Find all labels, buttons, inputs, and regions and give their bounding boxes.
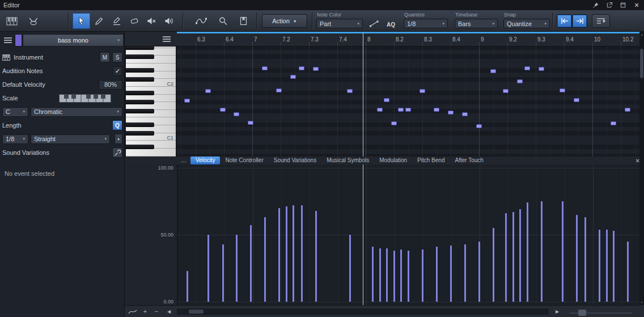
velocity-bar[interactable] — [627, 242, 629, 302]
scroll-right-button[interactable]: ▶ — [553, 307, 562, 315]
length-mode-select[interactable]: Straight ▾ — [31, 134, 110, 144]
midi-note[interactable] — [434, 108, 439, 112]
drum-view-button[interactable] — [24, 13, 43, 29]
midi-note[interactable] — [476, 124, 482, 128]
velocity-bar[interactable] — [349, 235, 351, 302]
velocity-bar[interactable] — [293, 205, 294, 302]
velocity-bar[interactable] — [187, 271, 188, 302]
timebase-select[interactable]: Bars ▾ — [455, 19, 498, 28]
midi-note[interactable] — [517, 79, 523, 83]
midi-note[interactable] — [313, 67, 319, 71]
vertical-scrollbar-thumb[interactable] — [640, 49, 643, 78]
velocity-bar[interactable] — [315, 211, 317, 302]
mute-tool-button[interactable] — [143, 13, 160, 29]
velocity-bar[interactable] — [408, 251, 409, 302]
zoom-tool-button[interactable] — [214, 13, 232, 29]
close-icon[interactable]: ✕ — [633, 1, 641, 9]
piano-key-black[interactable] — [126, 145, 154, 149]
sound-variations-settings-button[interactable] — [112, 147, 122, 158]
midi-note[interactable] — [405, 108, 411, 112]
lane-tab-modulation[interactable]: Modulation — [374, 157, 412, 164]
lane-tab-after-touch[interactable]: After Touch — [450, 157, 488, 164]
note-grid[interactable] — [177, 47, 639, 157]
velocity-bar[interactable] — [372, 247, 374, 302]
length-value-select[interactable]: 1/8 ▾ — [2, 134, 28, 144]
auto-scroll-button[interactable] — [592, 14, 610, 28]
macro-button[interactable] — [235, 13, 252, 29]
midi-note[interactable] — [299, 66, 304, 70]
scale-keyboard-display[interactable] — [59, 94, 111, 103]
midi-note[interactable] — [205, 89, 211, 93]
midi-note[interactable] — [262, 66, 268, 70]
maximize-icon[interactable] — [619, 1, 627, 9]
midi-note[interactable] — [347, 89, 353, 93]
scale-type-select[interactable]: Chromatic ▾ — [31, 107, 122, 117]
velocity-bar[interactable] — [386, 248, 388, 302]
velocity-bar[interactable] — [222, 244, 224, 302]
note-color-select[interactable]: Part ▾ — [316, 19, 363, 28]
velocity-bar[interactable] — [613, 231, 615, 302]
velocity-bar[interactable] — [505, 213, 507, 302]
vertical-scrollbar[interactable]: ▲ ▼ — [639, 32, 644, 305]
midi-note[interactable] — [625, 108, 630, 112]
zoom-slider-thumb[interactable] — [578, 310, 586, 316]
velocity-bar[interactable] — [519, 209, 521, 302]
midi-note[interactable] — [503, 89, 509, 93]
piano-keyboard[interactable]: C2C1 — [126, 47, 176, 157]
velocity-bar[interactable] — [464, 244, 466, 302]
midi-note[interactable] — [560, 88, 565, 92]
playhead-line[interactable] — [363, 33, 363, 157]
scroll-down-icon[interactable]: ▼ — [639, 301, 644, 304]
dotted-note-toggle[interactable]: • — [115, 134, 122, 144]
piano-key-black[interactable] — [126, 109, 154, 113]
piano-key-black[interactable] — [126, 54, 154, 59]
quantize-select[interactable]: 1/8 ▾ — [404, 19, 448, 28]
piano-key-black[interactable] — [126, 122, 154, 127]
velocity-bar[interactable] — [599, 230, 600, 302]
ruler[interactable]: 6.36.477.27.37.488.28.38.499.29.39.41010… — [177, 32, 639, 47]
velocity-bar[interactable] — [236, 235, 238, 302]
piano-key-black[interactable] — [126, 91, 154, 95]
velocity-bar[interactable] — [250, 225, 252, 302]
velocity-bar[interactable] — [562, 201, 564, 302]
velocity-bar[interactable] — [400, 250, 402, 302]
hamburger-icon[interactable] — [1, 34, 15, 47]
velocity-bar[interactable] — [576, 215, 578, 302]
velocity-bar[interactable] — [286, 206, 287, 302]
velocity-bar[interactable] — [606, 230, 608, 302]
detach-icon[interactable] — [605, 1, 613, 9]
velocity-bar[interactable] — [393, 251, 395, 302]
lane-tabs-overflow[interactable]: … — [177, 157, 190, 164]
piano-key-black[interactable] — [126, 47, 154, 50]
lane-tab-velocity[interactable]: Velocity — [190, 157, 220, 164]
midi-note[interactable] — [490, 69, 496, 73]
zoom-out-vertical-button[interactable]: − — [152, 307, 161, 315]
velocity-bar[interactable] — [512, 212, 514, 302]
audition-notes-checkbox[interactable]: ✓ — [113, 66, 122, 76]
midi-note[interactable] — [220, 108, 226, 112]
track-color-swatch[interactable] — [15, 34, 22, 47]
velocity-bar[interactable] — [264, 217, 266, 302]
velocity-ramp-button[interactable] — [367, 18, 381, 29]
velocity-bar[interactable] — [422, 250, 423, 302]
default-velocity-field[interactable]: 80% — [99, 80, 122, 90]
velocity-bar[interactable] — [527, 202, 528, 302]
snap-select[interactable]: Quantize ▾ — [503, 19, 550, 28]
lane-tab-sound-variations[interactable]: Sound Variations — [269, 157, 321, 164]
listen-tool-button[interactable] — [160, 13, 178, 29]
action-button[interactable]: Action ▼ — [262, 14, 307, 28]
adaptive-quantize-button[interactable]: AQ — [387, 22, 395, 28]
transform-button[interactable] — [190, 13, 212, 29]
velocity-bar[interactable] — [584, 217, 586, 302]
velocity-lane[interactable] — [177, 164, 639, 305]
midi-note[interactable] — [391, 121, 397, 125]
midi-note[interactable] — [384, 98, 389, 102]
scroll-left-button[interactable]: ◀ — [164, 307, 173, 315]
midi-note[interactable] — [398, 108, 404, 112]
lane-tab-musical-symbols[interactable]: Musical Symbols — [321, 157, 374, 164]
piano-key-black[interactable] — [126, 68, 154, 73]
velocity-bar[interactable] — [450, 246, 452, 302]
lane-tab-pitch-bend[interactable]: Pitch Bend — [412, 157, 450, 164]
midi-note[interactable] — [524, 66, 530, 70]
midi-note[interactable] — [574, 98, 579, 102]
